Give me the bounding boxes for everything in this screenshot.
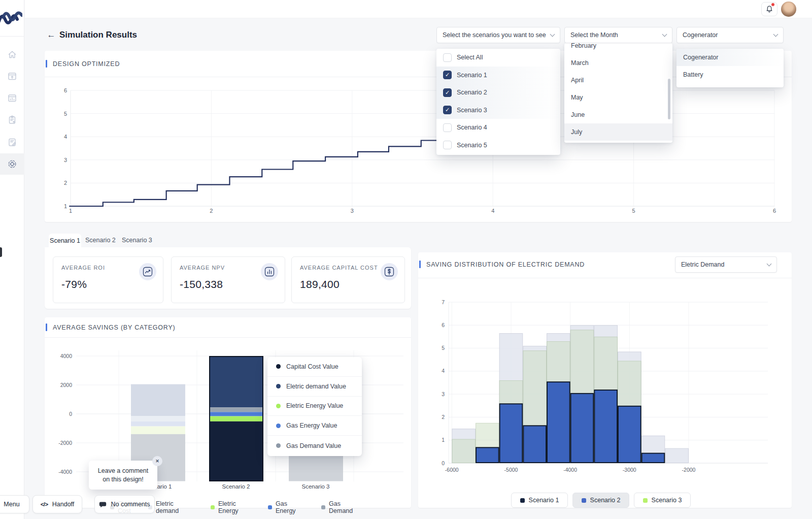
svg-text:1: 1	[442, 437, 445, 443]
checkbox-checked[interactable]: ✓	[443, 88, 452, 97]
month-option-june[interactable]: June	[564, 106, 672, 123]
hist-bar-scenario-3-bin0[interactable]	[452, 439, 476, 463]
scenario-option-scenario-3[interactable]: ✓Scenario 3	[436, 102, 560, 119]
scenario-option-scenario-2[interactable]: ✓Scenario 2	[436, 84, 560, 102]
legend-gas-energy[interactable]: Gas Energy	[268, 500, 296, 514]
notifications-button[interactable]	[761, 2, 777, 16]
user-avatar[interactable]	[781, 2, 796, 17]
legend-gas-demand[interactable]: Gas Demand	[321, 500, 353, 514]
dropdown-scrollbar[interactable]	[668, 79, 670, 119]
hist-bar-scenario-2-bin6[interactable]	[594, 390, 617, 463]
sidebar-item-home[interactable]	[0, 44, 24, 65]
hist-bar-scenario-2-bin5[interactable]	[571, 394, 594, 463]
handoff-button[interactable]: </> Handoff	[32, 495, 82, 513]
distribution-histogram[interactable]: -6000-5000-4000-3000-200001234567	[418, 278, 792, 508]
sidebar-item-window-chart[interactable]	[0, 87, 24, 109]
tab-scenario-3[interactable]: Scenario 3	[122, 237, 152, 244]
option-label: Scenario 5	[457, 142, 487, 149]
svg-text:1: 1	[64, 203, 67, 209]
page-title: Simulation Results	[59, 30, 137, 40]
svg-text:6: 6	[64, 87, 67, 93]
svg-text:2000: 2000	[60, 382, 73, 388]
bar-segment-scenario-1-eletric-energy[interactable]	[131, 427, 185, 434]
checkbox-unchecked[interactable]	[443, 123, 452, 132]
svg-text:-2000: -2000	[682, 467, 696, 473]
title-accent-bar	[46, 323, 47, 331]
month-option-april[interactable]: April	[564, 72, 672, 89]
bar-segment-scenario-2-eletric-demand[interactable]	[209, 356, 263, 407]
comments-button[interactable]: No comments	[94, 495, 155, 513]
menu-label: Menu	[4, 501, 19, 508]
bar-segment-scenario-1-gas-energy[interactable]	[131, 421, 185, 427]
tooltip-row-gas-energy-value: Gas Energy Value	[267, 416, 362, 436]
demand-type-select[interactable]: Eletric Demand	[675, 256, 777, 273]
bar-segment-scenario-1-eletric-demand[interactable]	[131, 384, 185, 416]
hist-bar-scenario-2-bin4[interactable]	[547, 382, 570, 463]
scenarios-select[interactable]: Select the scenarios you want to see	[436, 27, 560, 43]
step-line	[69, 140, 439, 206]
month-option-july[interactable]: July	[564, 123, 672, 141]
bar-segment-scenario-1-gas-demand[interactable]	[131, 416, 185, 421]
svg-text:-4000: -4000	[563, 467, 577, 473]
month-option-may[interactable]: May	[564, 89, 672, 106]
device-option-cogenerator[interactable]: Cogenerator	[676, 49, 784, 66]
device-select-value: Cogenerator	[683, 31, 718, 39]
option-label: Scenario 3	[457, 107, 487, 114]
hist-bar-scenario-2-bin8[interactable]	[642, 453, 665, 463]
series-dot	[276, 364, 281, 369]
svg-text:Scenario 3: Scenario 3	[302, 483, 330, 490]
scenario-option-scenario-1[interactable]: ✓Scenario 1	[436, 67, 560, 84]
design-step-chart[interactable]: 123456654321	[45, 77, 792, 222]
sidebar-item-gear[interactable]	[0, 153, 24, 175]
arrow-left-icon: ←	[47, 30, 56, 40]
sidebar-item-window-upload[interactable]	[0, 66, 24, 87]
code-icon: </>	[41, 501, 48, 507]
sidebar	[0, 0, 24, 519]
scenario-option-scenario-4[interactable]: Scenario 4	[436, 119, 560, 137]
back-button[interactable]: ←	[46, 29, 57, 41]
scenarios-select-label: Select the scenarios you want to see	[443, 31, 546, 39]
chevron-down-icon	[550, 31, 555, 37]
month-select[interactable]: Select the Month	[564, 27, 672, 43]
sidebar-item-clipboard-task[interactable]	[0, 109, 24, 131]
bar-segment-scenario-2-gas-energy[interactable]	[209, 412, 263, 416]
bar-segment-scenario-2-capital-cost[interactable]	[209, 421, 263, 481]
bar-segment-scenario-2-eletric-energy[interactable]	[209, 416, 263, 421]
edge-marker	[0, 247, 2, 257]
app-logo[interactable]	[0, 4, 22, 33]
month-option-march[interactable]: March	[564, 54, 672, 72]
legend-label: Eletric Energy	[218, 500, 239, 514]
menu-button[interactable]: Menu	[0, 495, 29, 513]
tab-scenario-2[interactable]: Scenario 2	[85, 237, 116, 244]
hist-bar-scenario-1-bin9[interactable]	[665, 448, 689, 463]
comment-close-button[interactable]: ✕	[152, 456, 162, 466]
month-option-february[interactable]: February	[564, 43, 672, 54]
hist-bar-scenario-2-bin2[interactable]	[500, 404, 523, 463]
device-option-battery[interactable]: Battery	[676, 66, 784, 83]
hist-bar-scenario-2-bin3[interactable]	[523, 426, 546, 463]
scenario-option-select-all[interactable]: Select All	[436, 49, 560, 67]
legend-label: Eletric demand	[156, 500, 179, 514]
scenario-legend-scenario-2[interactable]: Scenario 2	[572, 493, 629, 508]
option-label: Scenario 1	[457, 72, 487, 79]
device-select[interactable]: Cogenerator	[676, 27, 784, 43]
stat-value: -79%	[61, 278, 87, 290]
legend-dot	[643, 498, 648, 503]
demand-type-select-value: Eletric Demand	[681, 261, 724, 268]
scenario-option-scenario-5[interactable]: Scenario 5	[436, 137, 560, 154]
tab-scenario-1[interactable]: Scenario 1	[49, 234, 81, 248]
scenario-legend-scenario-1[interactable]: Scenario 1	[511, 493, 568, 508]
bar-segment-scenario-2-gas-demand[interactable]	[209, 407, 263, 412]
hist-bar-scenario-2-bin7[interactable]	[618, 406, 641, 463]
option-label: Scenario 4	[457, 124, 487, 131]
sidebar-item-document-edit[interactable]	[0, 132, 24, 153]
checkbox-unchecked[interactable]	[443, 141, 452, 149]
legend-dot	[211, 505, 215, 509]
checkbox-checked[interactable]: ✓	[443, 71, 452, 79]
checkbox-unchecked[interactable]	[443, 53, 452, 62]
legend-dot	[582, 498, 586, 503]
hist-bar-scenario-2-bin1[interactable]	[476, 447, 499, 463]
scenario-legend-scenario-3[interactable]: Scenario 3	[634, 493, 691, 508]
checkbox-checked[interactable]: ✓	[443, 106, 452, 114]
legend-eletric-energy[interactable]: Eletric Energy	[211, 500, 239, 514]
